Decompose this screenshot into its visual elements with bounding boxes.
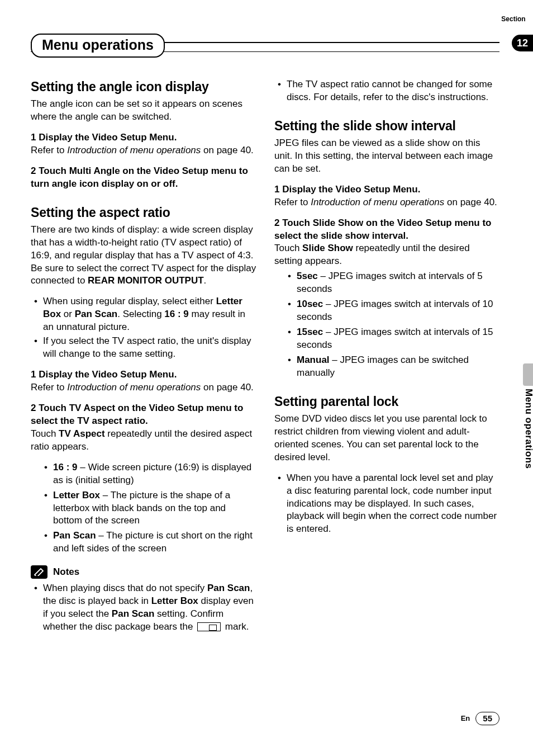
as2bold: TV Aspect — [59, 428, 105, 439]
slide-step2: 2 Touch Slide Show on the Video Setup me… — [274, 217, 500, 268]
side-tab: Menu operations — [517, 363, 533, 481]
slide-s2-head: 2 Touch Slide Show on the Video Setup me… — [274, 218, 492, 241]
parental-bullet-1: When you have a parental lock level set … — [274, 472, 500, 536]
aspect-opt-2: Letter Box – The picture is the shape of… — [31, 489, 256, 528]
angle-step1-b: on page 40. — [201, 145, 254, 155]
mark-icon — [197, 622, 221, 631]
aspect-s1-head: 1 Display the Video Setup Menu. — [31, 369, 177, 380]
so3b: 15sec — [297, 327, 323, 337]
as1b: on page 40. — [201, 382, 254, 393]
n1b1: Pan Scan — [207, 583, 250, 593]
so2t: – JPEG images switch at intervals of 10 … — [297, 299, 493, 322]
n1a: When playing discs that do not specify — [43, 583, 207, 593]
notes-header: Notes — [31, 565, 256, 579]
aspect-step2: 2 Touch TV Aspect on the Video Setup men… — [31, 402, 256, 453]
left-column: Setting the angle icon display The angle… — [31, 78, 256, 641]
so1t: – JPEG images switch at intervals of 5 s… — [297, 271, 483, 294]
aspect-opt-3: Pan Scan – The picture is cut short on t… — [31, 530, 256, 555]
slide-step1: 1 Display the Video Setup Menu. Refer to… — [274, 183, 500, 209]
right-column: The TV aspect ratio cannot be changed fo… — [274, 78, 500, 641]
page-title-bar: Menu operations — [31, 34, 499, 58]
ab1c: . Selecting — [117, 309, 164, 319]
aspect-intro-bold: REAR MONITOR OUTPUT — [88, 275, 203, 286]
o1t: – Wide screen picture (16:9) is displaye… — [53, 462, 251, 485]
ab1b3: 16 : 9 — [164, 309, 188, 319]
o1b: 16 : 9 — [53, 462, 77, 472]
aspect-intro: There are two kinds of display: a wide s… — [31, 224, 256, 288]
ss2a: Touch — [274, 243, 302, 253]
angle-step2-head: 2 Touch Multi Angle on the Video Setup m… — [31, 166, 248, 189]
ss1a: Refer to — [274, 197, 311, 207]
angle-step1: 1 Display the Video Setup Menu. Refer to… — [31, 131, 256, 157]
n1b2: Letter Box — [151, 596, 198, 606]
angle-intro: The angle icon can be set so it appears … — [31, 98, 256, 124]
tv-aspect-note: The TV aspect ratio cannot be changed fo… — [274, 78, 500, 104]
n1e: mark. — [222, 621, 249, 632]
side-tab-marker — [523, 363, 533, 386]
note-1: When playing discs that do not specify P… — [31, 582, 256, 634]
slide-opt-2: 10sec – JPEG images switch at intervals … — [274, 298, 500, 324]
angle-step1-ref: Introduction of menu operations — [67, 145, 201, 155]
footer-lang: En — [461, 714, 470, 724]
so1b: 5sec — [297, 271, 318, 281]
heading-angle: Setting the angle icon display — [31, 78, 256, 96]
o2b: Letter Box — [53, 490, 100, 500]
so3t: – JPEG images switch at intervals of 15 … — [297, 327, 493, 350]
angle-step2: 2 Touch Multi Angle on the Video Setup m… — [31, 165, 256, 191]
aspect-bullet-1: When using regular display, select eithe… — [31, 295, 256, 334]
slide-opt-4: Manual – JPEG images can be switched man… — [274, 354, 500, 380]
section-number-badge: 12 — [512, 35, 533, 51]
parental-intro: Some DVD video discs let you use parenta… — [274, 413, 500, 464]
slide-s1-head: 1 Display the Video Setup Menu. — [274, 184, 420, 195]
as2a: Touch — [31, 428, 59, 439]
slide-opt-3: 15sec – JPEG images switch at intervals … — [274, 326, 500, 352]
aspect-bullet-2: If you select the TV aspect ratio, the u… — [31, 335, 256, 361]
ab1a: When using regular display, select eithe… — [43, 296, 216, 306]
aspect-s2-head: 2 Touch TV Aspect on the Video Setup men… — [31, 403, 243, 426]
footer-page: 55 — [475, 712, 499, 725]
ss2bold: Slide Show — [302, 243, 353, 253]
so4b: Manual — [297, 355, 330, 365]
as1ref: Introduction of menu operations — [67, 382, 201, 393]
aspect-intro-end: . — [204, 275, 207, 286]
aspect-opt-1: 16 : 9 – Wide screen picture (16:9) is d… — [31, 461, 256, 487]
side-tab-label: Menu operations — [522, 389, 533, 469]
ss1ref: Introduction of menu operations — [311, 197, 444, 207]
section-label: Section — [494, 15, 533, 23]
heading-slide: Setting the slide show interval — [274, 117, 500, 135]
aspect-step1: 1 Display the Video Setup Menu. Refer to… — [31, 368, 256, 394]
slide-opt-1: 5sec – JPEG images switch at intervals o… — [274, 270, 500, 296]
ab1b2: Pan Scan — [75, 309, 118, 319]
angle-step1-a: Refer to — [31, 145, 67, 155]
slide-intro: JPEG files can be viewed as a slide show… — [274, 137, 500, 176]
angle-step1-head: 1 Display the Video Setup Menu. — [31, 132, 177, 143]
heading-parental: Setting parental lock — [274, 393, 500, 410]
page-title: Menu operations — [31, 34, 165, 58]
ab1b: or — [61, 309, 75, 319]
as1a: Refer to — [31, 382, 67, 393]
heading-aspect: Setting the aspect ratio — [31, 204, 256, 221]
notes-title: Notes — [53, 566, 79, 579]
n1b3: Pan Scan — [112, 608, 155, 619]
o3b: Pan Scan — [53, 530, 96, 541]
pencil-icon — [31, 565, 47, 579]
ss1b: on page 40. — [444, 197, 497, 207]
so2b: 10sec — [297, 299, 323, 309]
